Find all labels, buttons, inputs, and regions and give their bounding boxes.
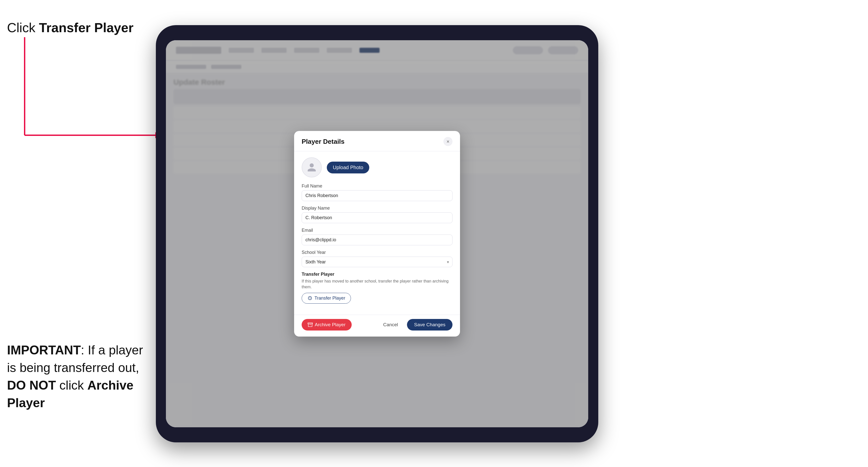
archive-icon xyxy=(308,322,313,327)
email-label: Email xyxy=(302,228,453,233)
avatar-row: Upload Photo xyxy=(302,157,453,178)
cancel-button[interactable]: Cancel xyxy=(378,319,403,331)
instruction-prefix: Click xyxy=(7,20,39,35)
display-name-label: Display Name xyxy=(302,206,453,211)
modal-overlay: Player Details × Upload Photo xyxy=(166,40,588,427)
save-changes-button[interactable]: Save Changes xyxy=(407,319,453,331)
instruction-top: Click Transfer Player xyxy=(7,20,133,35)
archive-btn-label: Archive Player xyxy=(315,322,346,328)
full-name-label: Full Name xyxy=(302,184,453,189)
transfer-btn-label: Transfer Player xyxy=(314,295,345,301)
school-year-group: School Year Sixth Year xyxy=(302,250,453,267)
full-name-input[interactable] xyxy=(302,190,453,201)
avatar-circle xyxy=(302,157,322,178)
footer-right: Cancel Save Changes xyxy=(378,319,453,331)
school-year-select[interactable]: Sixth Year xyxy=(302,257,453,267)
email-group: Email xyxy=(302,228,453,245)
transfer-player-section: Transfer Player If this player has moved… xyxy=(302,272,453,304)
important-label: IMPORTANT xyxy=(7,343,81,357)
transfer-desc: If this player has moved to another scho… xyxy=(302,279,453,290)
display-name-group: Display Name xyxy=(302,206,453,223)
modal-header: Player Details × xyxy=(294,131,460,151)
player-details-modal: Player Details × Upload Photo xyxy=(294,131,460,337)
tablet-screen: Update Roster Player Details × xyxy=(166,40,588,427)
archive-text: click xyxy=(56,378,87,392)
school-year-label: School Year xyxy=(302,250,453,255)
annotation-arrow xyxy=(12,37,163,150)
display-name-input[interactable] xyxy=(302,212,453,223)
instruction-bold: Transfer Player xyxy=(39,20,133,35)
upload-photo-button[interactable]: Upload Photo xyxy=(327,162,369,174)
close-button[interactable]: × xyxy=(443,137,453,146)
school-year-select-wrapper: Sixth Year xyxy=(302,257,453,267)
full-name-group: Full Name xyxy=(302,184,453,201)
transfer-section-label: Transfer Player xyxy=(302,272,453,277)
instruction-bottom: IMPORTANT: If a player is being transfer… xyxy=(7,341,148,412)
svg-rect-3 xyxy=(308,323,312,324)
modal-title: Player Details xyxy=(302,138,345,146)
modal-footer: Archive Player Cancel Save Changes xyxy=(294,315,460,337)
archive-player-button[interactable]: Archive Player xyxy=(302,319,352,331)
user-avatar-icon xyxy=(307,162,317,173)
transfer-icon xyxy=(307,295,312,301)
do-not-label: DO NOT xyxy=(7,378,56,392)
modal-body: Upload Photo Full Name Display Name xyxy=(294,151,460,315)
transfer-player-button[interactable]: Transfer Player xyxy=(302,293,351,304)
tablet-device: Update Roster Player Details × xyxy=(156,25,598,442)
email-input[interactable] xyxy=(302,235,453,245)
